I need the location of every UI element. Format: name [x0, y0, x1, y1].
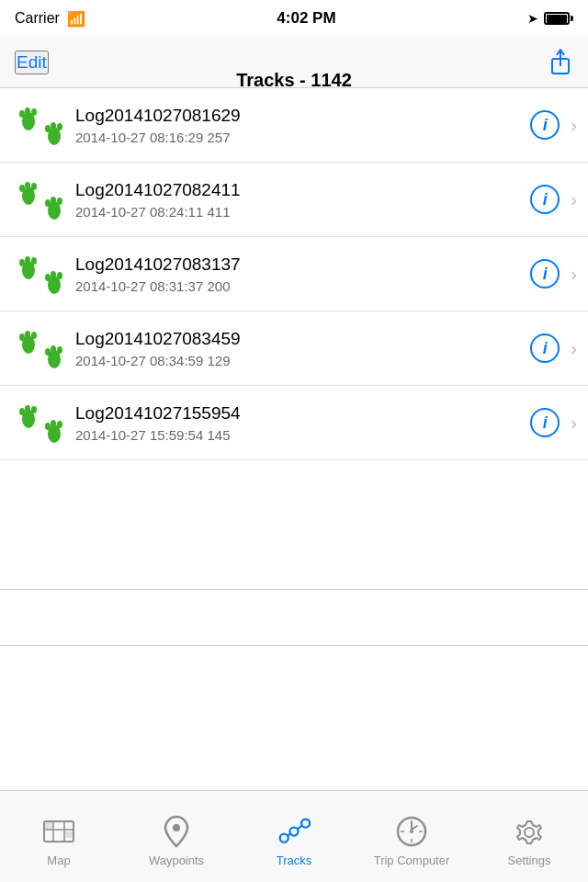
chevron-icon: › — [571, 413, 577, 434]
track-date: 2014-10-27 08:34:59 129 — [75, 353, 530, 368]
list-item[interactable]: Log20141027082411 2014-10-27 08:24:11 41… — [0, 163, 588, 237]
share-icon — [548, 48, 572, 77]
svg-point-62 — [525, 828, 534, 837]
svg-point-49 — [280, 834, 288, 842]
svg-point-37 — [31, 406, 37, 413]
status-right: ➤ — [527, 11, 573, 26]
edit-button[interactable]: Edit — [15, 51, 49, 74]
track-date: 2014-10-27 08:24:11 411 — [75, 204, 530, 220]
svg-point-3 — [19, 110, 25, 118]
svg-point-24 — [51, 271, 56, 278]
tab-waypoints[interactable]: Waypoints — [118, 791, 235, 882]
location-icon: ➤ — [527, 11, 538, 26]
list-item[interactable]: Log20141027083459 2014-10-27 08:34:59 12… — [0, 311, 588, 386]
tab-trip-computer[interactable]: Trip Computer — [353, 791, 470, 882]
status-bar: Carrier 📶 4:02 PM ➤ — [0, 0, 588, 37]
list-item[interactable]: Log20141027155954 2014-10-27 15:59:54 14… — [0, 386, 588, 460]
svg-point-41 — [57, 421, 62, 428]
svg-point-29 — [31, 332, 37, 339]
footprint-icon — [16, 101, 71, 149]
status-time: 4:02 PM — [277, 9, 335, 28]
info-button[interactable]: i — [530, 185, 560, 214]
svg-point-19 — [19, 259, 25, 266]
footprint-icon — [16, 399, 71, 447]
svg-point-40 — [51, 420, 56, 427]
track-info: Log20141027081629 2014-10-27 08:16:29 25… — [75, 106, 530, 145]
tab-waypoints-label: Waypoints — [149, 854, 204, 867]
track-icon — [11, 399, 75, 447]
svg-point-4 — [25, 107, 30, 115]
track-icon — [11, 101, 75, 149]
svg-point-13 — [31, 183, 37, 190]
page-title: Tracks - 1142 — [236, 70, 352, 91]
chevron-icon: › — [571, 264, 577, 285]
track-actions: i › — [530, 408, 577, 437]
chevron-icon: › — [571, 338, 577, 359]
svg-point-27 — [19, 334, 25, 341]
list-item[interactable]: Log20141027081629 2014-10-27 08:16:29 25… — [0, 88, 588, 163]
svg-point-7 — [45, 125, 51, 132]
footprint-icon — [16, 175, 71, 223]
tab-trip-computer-label: Trip Computer — [374, 854, 450, 867]
svg-point-31 — [45, 348, 51, 356]
tracks-icon — [277, 815, 311, 848]
svg-point-15 — [45, 199, 51, 207]
track-name: Log20141027083459 — [75, 329, 530, 349]
waypoints-icon — [160, 815, 193, 848]
svg-line-52 — [288, 834, 290, 836]
info-button[interactable]: i — [530, 110, 560, 140]
footprint-icon — [16, 250, 71, 298]
svg-point-9 — [57, 123, 62, 130]
track-actions: i › — [530, 259, 577, 288]
svg-point-51 — [301, 820, 310, 828]
tab-settings[interactable]: Settings — [470, 791, 588, 882]
svg-point-39 — [45, 423, 51, 430]
track-actions: i › — [530, 334, 577, 363]
track-name: Log20141027082411 — [75, 180, 530, 200]
carrier-label: Carrier — [15, 10, 60, 27]
tab-map-label: Map — [47, 854, 70, 867]
svg-rect-46 — [45, 822, 52, 829]
svg-point-17 — [57, 198, 62, 205]
tab-tracks[interactable]: Tracks — [235, 791, 353, 882]
tab-map[interactable]: Map — [0, 791, 118, 882]
svg-point-21 — [31, 257, 37, 265]
track-date: 2014-10-27 08:31:37 200 — [75, 278, 530, 294]
svg-point-36 — [25, 405, 30, 413]
info-button[interactable]: i — [530, 408, 560, 437]
info-button[interactable]: i — [530, 334, 560, 363]
map-icon — [42, 815, 75, 848]
nav-bar: Edit Tracks - 1142 — [0, 37, 588, 88]
list-item[interactable]: Log20141027083137 2014-10-27 08:31:37 20… — [0, 237, 588, 311]
track-icon — [11, 324, 75, 372]
track-actions: i › — [530, 110, 577, 140]
svg-point-23 — [45, 274, 51, 281]
track-name: Log20141027155954 — [75, 403, 530, 424]
settings-icon — [513, 815, 546, 848]
svg-point-11 — [19, 185, 25, 192]
svg-point-32 — [51, 345, 56, 353]
svg-point-25 — [57, 272, 62, 279]
svg-point-16 — [51, 197, 56, 204]
tab-settings-label: Settings — [508, 854, 551, 867]
svg-point-33 — [57, 346, 62, 354]
status-left: Carrier 📶 — [15, 10, 85, 28]
svg-point-5 — [31, 108, 37, 116]
svg-point-35 — [19, 408, 25, 415]
chevron-icon: › — [571, 115, 577, 136]
footprint-icon — [16, 324, 71, 372]
tab-tracks-label: Tracks — [277, 854, 312, 867]
track-list: Log20141027081629 2014-10-27 08:16:29 25… — [0, 88, 588, 646]
svg-point-28 — [25, 331, 30, 338]
battery-icon — [544, 12, 573, 25]
share-button[interactable] — [548, 48, 573, 77]
svg-point-48 — [173, 824, 180, 831]
svg-rect-47 — [65, 831, 73, 838]
info-button[interactable]: i — [530, 259, 560, 288]
divider-line — [0, 645, 588, 646]
track-icon — [11, 175, 75, 223]
svg-point-12 — [25, 182, 30, 189]
svg-point-50 — [290, 828, 299, 836]
track-info: Log20141027083459 2014-10-27 08:34:59 12… — [75, 329, 530, 368]
svg-point-8 — [51, 122, 56, 130]
